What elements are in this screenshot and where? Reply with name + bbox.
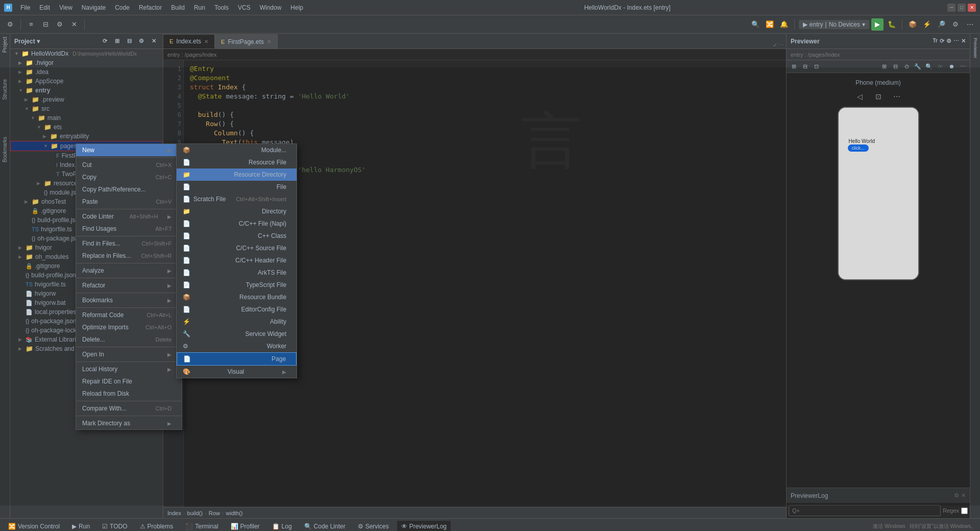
ctx-codelinter[interactable]: Code Linter Alt+Shift+H ▶ xyxy=(76,210,182,223)
ctx-delete[interactable]: Delete... Delete xyxy=(76,333,182,346)
ctx-findusages[interactable]: Find Usages Alt+F7 xyxy=(76,223,182,235)
close-project-btn[interactable]: ✕ xyxy=(149,36,159,46)
previewerlog-search-input[interactable] xyxy=(789,505,941,516)
tree-src[interactable]: ▼ 📁 src xyxy=(10,104,163,113)
previewerlog-close-btn[interactable]: ✕ xyxy=(961,492,966,499)
project-settings-btn[interactable]: ⚙ xyxy=(136,36,146,46)
tree-root[interactable]: ▼ 📁 HelloWorldDx D:\harmonyos\HelloWorld… xyxy=(10,49,163,58)
menu-refactor[interactable]: Refactor xyxy=(135,2,166,13)
ctx-new[interactable]: New ▶ xyxy=(76,144,182,156)
menu-file[interactable]: File xyxy=(16,2,34,13)
new-cpp-source[interactable]: 📄 C/C++ Source File xyxy=(177,242,297,254)
new-module[interactable]: 📦 Module... xyxy=(177,144,297,156)
preview-more-btn[interactable]: ⋯ xyxy=(953,38,959,44)
new-cpp-header[interactable]: 📄 C/C++ Header File xyxy=(177,254,297,267)
ctx-localhistory[interactable]: Local History ▶ xyxy=(76,363,182,375)
menu-navigate[interactable]: Navigate xyxy=(78,2,110,13)
preview-tr-btn[interactable]: Tr xyxy=(933,38,938,44)
new-arkts-file[interactable]: 📄 ArkTS File xyxy=(177,267,297,279)
menu-window[interactable]: Window xyxy=(256,2,286,13)
new-visual[interactable]: 🎨 Visual ▶ xyxy=(177,366,297,378)
tree-idea[interactable]: ▶ 📁 .idea xyxy=(10,67,163,77)
search-everywhere-btn[interactable]: 🔍 xyxy=(749,18,762,31)
menu-help[interactable]: Help xyxy=(286,2,307,13)
previewer-strip-label[interactable]: Previewer xyxy=(972,36,979,60)
tab-problems[interactable]: ⚠ Problems xyxy=(136,521,178,532)
regex-checkbox[interactable] xyxy=(961,508,968,514)
ctx-optimizeimports[interactable]: Optimize Imports Ctrl+Alt+O xyxy=(76,321,182,333)
ctx-paste[interactable]: Paste Ctrl+V xyxy=(76,196,182,208)
notifications-btn[interactable]: 🔔 xyxy=(778,18,790,31)
minimize-button[interactable]: ─ xyxy=(947,4,955,12)
run-button[interactable]: ▶ xyxy=(871,18,884,31)
new-directory[interactable]: 📁 Directory xyxy=(177,205,297,218)
collapse-all-btn[interactable]: ⊟ xyxy=(124,36,134,46)
sync-project-btn[interactable]: ⟳ xyxy=(100,36,110,46)
ctx-copy-path[interactable]: Copy Path/Reference... xyxy=(76,183,182,196)
deploy-btn[interactable]: 📦 xyxy=(906,18,919,31)
preview-expand-btn[interactable]: ⊡ xyxy=(872,90,885,103)
tree-preview[interactable]: ▶ 📁 .preview xyxy=(10,95,163,104)
ctx-openin[interactable]: Open In ▶ xyxy=(76,348,182,360)
ctx-cut[interactable]: Cut Ctrl+X xyxy=(76,159,182,171)
expand-all-btn[interactable]: ⊞ xyxy=(112,36,122,46)
more-btn[interactable]: ⋯ xyxy=(964,18,976,31)
ctx-replaceinfiles[interactable]: Replace in Files... Ctrl+Shift+R xyxy=(76,250,182,262)
new-file[interactable]: 📄 File xyxy=(177,181,297,193)
tab-log[interactable]: 📋 Log xyxy=(268,521,296,532)
ctx-findinfiles[interactable]: Find in Files... Ctrl+Shift+F xyxy=(76,237,182,250)
ctx-reformat[interactable]: Reformat Code Ctrl+Alt+L xyxy=(76,309,182,321)
power-save-btn[interactable]: ⚡ xyxy=(921,18,933,31)
menu-view[interactable]: View xyxy=(55,2,77,13)
previewerlog-settings-btn[interactable]: ⚙ xyxy=(954,492,959,499)
tab-version-control[interactable]: 🔀 Version Control xyxy=(4,521,64,532)
ctx-copy[interactable]: Copy Ctrl+C xyxy=(76,171,182,183)
tree-entry[interactable]: ▼ 📁 entry xyxy=(10,86,163,95)
footer-width[interactable]: width() xyxy=(226,510,243,516)
menu-run[interactable]: Run xyxy=(190,2,209,13)
new-resource-directory[interactable]: 📁 Resource Directory xyxy=(177,168,297,181)
new-editorconfig[interactable]: 📄 EditorConfig File xyxy=(177,303,297,316)
menu-code[interactable]: Code xyxy=(111,2,134,13)
menu-tools[interactable]: Tools xyxy=(210,2,233,13)
vcs-btn[interactable]: 🔀 xyxy=(764,18,776,31)
new-cpp-napi[interactable]: 📄 C/C++ File (Napi) xyxy=(177,218,297,230)
preview-zoom-in-btn[interactable]: ⊞ xyxy=(879,61,889,71)
preview-fit-btn[interactable]: ⊙ xyxy=(901,61,912,71)
tab-services[interactable]: ⚙ Services xyxy=(354,521,393,532)
maximize-button[interactable]: □ xyxy=(958,4,966,12)
preview-options-btn[interactable]: ⋯ xyxy=(891,90,903,103)
preview-back-btn[interactable]: ◁ xyxy=(854,90,866,103)
new-resource-bundle[interactable]: 📦 Resource Bundle xyxy=(177,291,297,303)
close-panel-btn[interactable]: ✕ xyxy=(68,18,80,31)
menu-edit[interactable]: Edit xyxy=(35,2,54,13)
ctx-bookmarks[interactable]: Bookmarks ▶ xyxy=(76,294,182,306)
tab-previewerlog[interactable]: 👁 PreviewerLog xyxy=(397,521,451,532)
new-ability[interactable]: ⚡ Ability xyxy=(177,316,297,328)
preview-zoom-out-btn[interactable]: ⊟ xyxy=(890,61,900,71)
settings-btn[interactable]: ⚙ xyxy=(54,18,66,31)
checkmark-icon[interactable]: ✓ xyxy=(773,42,777,49)
new-cpp-class[interactable]: 📄 C++ Class xyxy=(177,230,297,242)
list-view-btn[interactable]: ≡ xyxy=(25,18,37,31)
preview-more2-btn[interactable]: ⋯ xyxy=(958,61,968,71)
tree-hvigor[interactable]: ▶ 📁 .hvigor xyxy=(10,58,163,67)
preview-settings-btn[interactable]: ⚙ xyxy=(946,38,951,44)
tab-terminal[interactable]: ⬛ Terminal xyxy=(181,521,222,532)
previewerlog-label[interactable]: PreviewerLog xyxy=(791,492,828,499)
menu-build[interactable]: Build xyxy=(167,2,189,13)
tab-profiler[interactable]: 📊 Profiler xyxy=(227,521,264,532)
new-typescript-file[interactable]: 📄 TypeScript File xyxy=(177,279,297,291)
tree-ets[interactable]: ▼ 📁 ets xyxy=(10,123,163,132)
tab-close-index[interactable]: ✕ xyxy=(204,39,208,44)
preview-interact-btn[interactable]: ☞ xyxy=(935,61,945,71)
preview-refresh-btn[interactable]: ⟳ xyxy=(940,38,944,44)
settings-gear-btn[interactable]: ⚙ xyxy=(949,18,962,31)
footer-index[interactable]: Index xyxy=(167,510,181,516)
tree-main[interactable]: ▼ 📁 main xyxy=(10,113,163,123)
footer-build[interactable]: build() xyxy=(187,510,203,516)
tab-codelinter[interactable]: 🔍 Code Linter xyxy=(300,521,350,532)
footer-row[interactable]: Row xyxy=(209,510,220,516)
sync-btn[interactable]: ⚙ xyxy=(4,18,16,31)
structure-strip-label[interactable]: Structure xyxy=(1,76,9,103)
